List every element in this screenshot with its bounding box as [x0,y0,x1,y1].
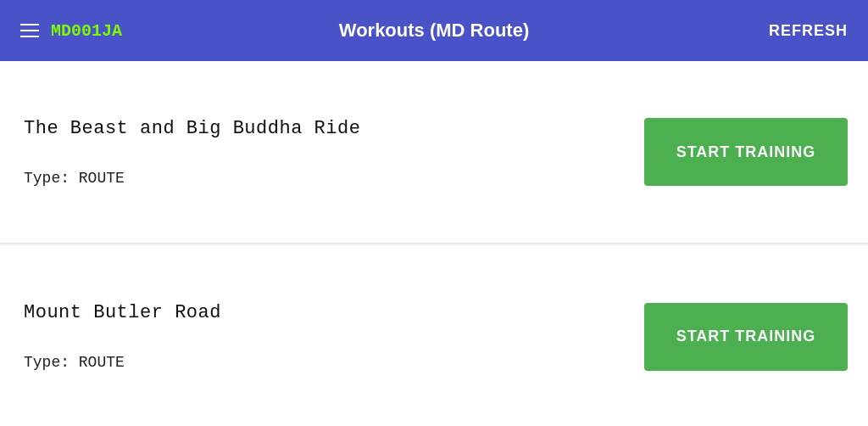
workout-card-1: The Beast and Big Buddha Ride Type: ROUT… [0,61,868,244]
workout-type-2: Type: ROUTE [24,354,644,371]
content-area: The Beast and Big Buddha Ride Type: ROUT… [0,61,868,426]
user-id-label: MD001JA [51,21,122,41]
workout-card-2: Mount Butler Road Type: ROUTE START TRAI… [0,245,868,426]
refresh-button[interactable]: REFRESH [769,22,848,40]
header-left: MD001JA [20,21,122,41]
page-title: Workouts (MD Route) [339,20,529,42]
workout-info-2: Mount Butler Road Type: ROUTE [24,302,644,371]
app-header: MD001JA Workouts (MD Route) REFRESH [0,0,868,61]
workout-name-2: Mount Butler Road [24,302,644,323]
start-training-button-1[interactable]: START TRAINING [644,118,848,186]
workout-name-1: The Beast and Big Buddha Ride [24,118,644,139]
start-training-button-2[interactable]: START TRAINING [644,303,848,371]
hamburger-menu-icon[interactable] [20,24,39,37]
workout-type-1: Type: ROUTE [24,170,644,187]
workout-info-1: The Beast and Big Buddha Ride Type: ROUT… [24,118,644,187]
